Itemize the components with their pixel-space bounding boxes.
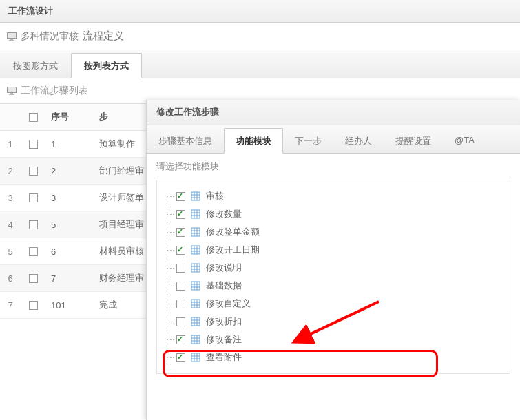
module-item[interactable]: 修改签单金额 xyxy=(167,223,500,241)
row-index: 7 xyxy=(0,292,21,318)
breadcrumb-part1: 多种情况审核 xyxy=(21,30,79,43)
grid-icon xyxy=(191,263,200,273)
grid-icon xyxy=(191,281,200,291)
row-index: 6 xyxy=(0,265,21,291)
row-index: 4 xyxy=(0,211,21,238)
col-checkbox xyxy=(21,104,45,130)
module-checkbox[interactable] xyxy=(176,228,185,237)
col-index xyxy=(0,104,21,130)
module-checkbox[interactable] xyxy=(176,264,185,273)
row-index: 1 xyxy=(0,131,21,157)
module-checkbox[interactable] xyxy=(176,246,185,255)
monitor-icon xyxy=(7,87,17,95)
row-num: 6 xyxy=(45,238,94,264)
row-checkbox[interactable] xyxy=(29,247,38,256)
panel-tab-bar: 步骤基本信息功能模块下一步经办人提醒设置@TA xyxy=(147,125,520,154)
tab-graph-mode[interactable]: 按图形方式 xyxy=(0,53,71,78)
module-checkbox[interactable] xyxy=(176,210,185,219)
edit-step-panel: 修改工作流步骤 步骤基本信息功能模块下一步经办人提醒设置@TA 请选择功能模块 … xyxy=(146,100,520,420)
row-num: 7 xyxy=(45,265,94,291)
monitor-icon xyxy=(7,32,17,41)
module-item[interactable]: 修改备注 xyxy=(167,330,500,348)
main-tab-bar: 按图形方式 按列表方式 xyxy=(0,50,520,78)
grid-icon xyxy=(191,353,200,362)
row-index: 2 xyxy=(0,158,21,184)
svg-rect-46 xyxy=(191,335,200,344)
module-label: 修改开工日期 xyxy=(206,244,260,256)
module-item[interactable]: 查看附件 xyxy=(167,348,500,366)
tab-list-mode[interactable]: 按列表方式 xyxy=(71,53,142,78)
panel-title: 修改工作流步骤 xyxy=(147,100,520,125)
panel-tab[interactable]: 提醒设置 xyxy=(384,128,443,153)
breadcrumb: 多种情况审核 流程定义 xyxy=(0,23,520,50)
row-checkbox[interactable] xyxy=(29,193,38,202)
grid-icon xyxy=(191,209,200,219)
row-checkbox[interactable] xyxy=(29,220,38,229)
svg-rect-36 xyxy=(191,300,200,308)
row-num: 5 xyxy=(45,211,94,238)
module-label: 基础数据 xyxy=(206,280,242,292)
grid-icon xyxy=(191,299,200,308)
module-label: 审核 xyxy=(206,190,224,202)
panel-tab[interactable]: 下一步 xyxy=(283,128,333,153)
svg-rect-31 xyxy=(191,282,200,290)
module-label: 修改签单金额 xyxy=(206,226,260,238)
row-checkbox[interactable] xyxy=(29,274,38,283)
module-label: 修改自定义 xyxy=(206,297,251,310)
breadcrumb-part2: 流程定义 xyxy=(83,30,124,43)
row-num: 3 xyxy=(45,185,94,211)
module-item[interactable]: 修改数量 xyxy=(167,205,500,223)
module-item[interactable]: 修改自定义 xyxy=(167,295,500,313)
row-index: 5 xyxy=(0,238,21,264)
panel-tab[interactable]: 功能模块 xyxy=(224,128,283,154)
grid-icon xyxy=(191,317,200,326)
panel-tab[interactable]: @TA xyxy=(443,128,486,153)
module-item[interactable]: 修改说明 xyxy=(167,259,500,277)
module-tree: 审核修改数量修改签单金额修改开工日期修改说明基础数据修改自定义修改折扣修改备注查… xyxy=(156,180,510,374)
svg-rect-21 xyxy=(191,246,200,254)
row-checkbox[interactable] xyxy=(29,140,38,149)
module-label: 修改折扣 xyxy=(206,315,242,328)
module-label: 修改数量 xyxy=(206,208,242,220)
svg-rect-26 xyxy=(191,264,200,272)
row-checkbox[interactable] xyxy=(29,167,38,176)
svg-rect-41 xyxy=(191,317,200,326)
svg-rect-4 xyxy=(10,93,13,94)
select-all-checkbox[interactable] xyxy=(29,113,38,122)
module-label: 查看附件 xyxy=(206,351,242,364)
panel-tab[interactable]: 经办人 xyxy=(333,128,384,153)
row-checkbox[interactable] xyxy=(29,301,38,310)
module-checkbox[interactable] xyxy=(176,192,185,201)
panel-sub-label: 请选择功能模块 xyxy=(147,154,520,180)
grid-icon xyxy=(191,335,200,344)
svg-rect-11 xyxy=(191,210,200,218)
panel-tab[interactable]: 步骤基本信息 xyxy=(147,128,224,153)
list-title-text: 工作流步骤列表 xyxy=(21,85,88,97)
row-num: 2 xyxy=(45,158,94,184)
module-checkbox[interactable] xyxy=(176,317,185,326)
module-item[interactable]: 修改开工日期 xyxy=(167,241,500,259)
module-item[interactable]: 修改折扣 xyxy=(167,313,500,330)
row-index: 3 xyxy=(0,185,21,211)
page-title: 工作流设计 xyxy=(8,6,53,16)
module-label: 修改说明 xyxy=(206,262,242,274)
module-label: 修改备注 xyxy=(206,333,242,346)
svg-rect-6 xyxy=(191,192,200,200)
svg-rect-0 xyxy=(8,32,17,38)
grid-icon xyxy=(191,191,200,201)
svg-rect-51 xyxy=(191,353,200,361)
grid-icon xyxy=(191,227,200,237)
page-header: 工作流设计 xyxy=(0,0,520,23)
module-checkbox[interactable] xyxy=(176,353,185,362)
module-checkbox[interactable] xyxy=(176,335,185,344)
module-checkbox[interactable] xyxy=(176,300,185,308)
module-item[interactable]: 基础数据 xyxy=(167,277,500,295)
svg-rect-16 xyxy=(191,228,200,236)
svg-rect-3 xyxy=(8,87,17,93)
svg-rect-5 xyxy=(9,94,14,95)
module-checkbox[interactable] xyxy=(176,282,185,291)
module-item[interactable]: 审核 xyxy=(167,187,500,205)
svg-rect-1 xyxy=(10,39,13,40)
col-num: 序号 xyxy=(45,104,94,130)
grid-icon xyxy=(191,245,200,255)
